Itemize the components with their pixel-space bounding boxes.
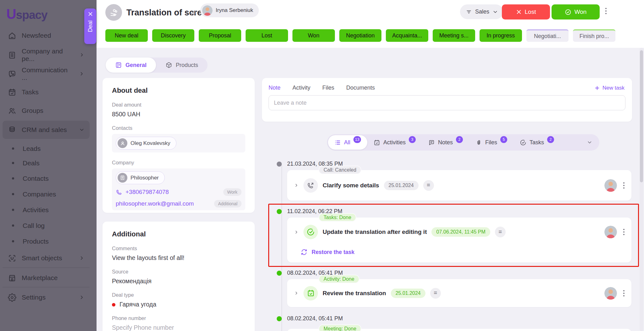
expand-chevron-icon[interactable] [294,291,299,295]
view-tabs: General Products [106,58,208,73]
filter-files[interactable]: Files 5 [469,135,514,150]
tab-general[interactable]: General [106,58,156,73]
entry-kebab-menu[interactable] [623,182,625,189]
equals-icon[interactable]: = [430,288,441,299]
scrollbar-thumb[interactable] [640,50,643,182]
deal-amount-value[interactable]: 8500 UAH [112,111,245,118]
contacts-box: Oleg Kovalevsky [112,134,245,152]
deal-panel-tab[interactable]: Deal [84,8,96,44]
header-kebab-menu[interactable] [605,8,607,14]
composer-tabs: Note Activity Files Documents New task [262,78,632,91]
filter-tasks[interactable]: Tasks 2 [514,135,560,150]
sidebar-item-contacts[interactable]: Contacts [3,171,90,186]
storefront-icon [8,274,16,282]
due-date-chip: 25.01.2024 [391,289,425,298]
chevron-down-icon[interactable] [587,140,592,145]
entry-kebab-menu[interactable] [623,229,625,235]
stage-lost[interactable]: Lost [246,29,288,42]
stage-discovery[interactable]: Discovery [152,29,195,42]
stage-finish[interactable]: Finish pro... [573,29,615,42]
funnel-select[interactable]: Sales [460,4,503,19]
close-icon[interactable] [88,11,93,17]
due-date-chip: 25.01.2024 [384,181,419,190]
sidebar-item-leads[interactable]: Leads [3,141,90,156]
status-badge: Call: Canceled [319,166,361,174]
equals-icon[interactable]: = [423,180,434,191]
entry-title[interactable]: Review the translation [323,290,386,297]
bullet-icon [12,224,14,227]
tab-activity[interactable]: Activity [292,85,310,91]
cube-icon [165,62,172,69]
avatar[interactable] [604,226,617,238]
deal-type-label: Deal type [112,292,245,298]
comments-value[interactable]: View the layouts first of all! [112,254,245,262]
timeline-entry-activity: Activity: Done Review the translation 25… [287,279,631,307]
entry-title[interactable]: Clarify some details [323,182,379,189]
tab-products[interactable]: Products [156,58,208,73]
stage-new-deal[interactable]: New deal [105,29,148,42]
stage-won[interactable]: Won [292,29,335,42]
timeline-entry-task: Tasks: Done Update the translation after… [287,218,631,262]
home-icon [8,31,16,40]
sidebar-item-groups[interactable]: Groups [3,102,90,120]
restore-task-button[interactable]: Restore the task [287,249,631,256]
equals-icon[interactable]: = [495,227,506,237]
owner-chip[interactable]: Iryna Serbeniuk [200,3,259,17]
owner-name: Iryna Serbeniuk [216,7,253,14]
deal-type-value[interactable]: Гаряча угода [112,301,245,308]
chevron-down-icon [79,127,85,133]
entry-title[interactable]: Update the translation after editing it [323,229,427,235]
x-icon [516,9,522,15]
tab-note[interactable]: Note [269,85,280,91]
sidebar-item-call-log[interactable]: Call log [3,218,90,233]
stage-acquaintance[interactable]: Acquainta... [386,29,428,42]
sidebar-item-communication[interactable]: Communication ... [3,65,90,83]
scrollbar-track [640,48,643,331]
new-task-button[interactable]: New task [594,85,625,91]
email-value[interactable]: philosopher.work@gmail.com [116,200,194,207]
sidebar-item-crm-and-sales[interactable]: CRM and sales [3,121,90,139]
bullet-icon [12,162,14,164]
sidebar-item-activities[interactable]: Activities [3,202,90,217]
sidebar-item-products[interactable]: Products [3,234,90,249]
avatar[interactable] [604,179,617,192]
filter-notes[interactable]: Notes 2 [422,135,469,150]
hot-deal-dot-icon [112,303,115,306]
sidebar-item-deals[interactable]: Deals [3,156,90,170]
paperclip-icon [475,139,482,146]
sidebar-item-smart-objects[interactable]: Smart objects [3,249,90,267]
phone-value[interactable]: +380679874078 [125,189,169,196]
sidebar-item-newsfeed[interactable]: Newsfeed [3,26,90,45]
sidebar-item-settings[interactable]: Settings [3,288,90,306]
tab-files[interactable]: Files [322,85,334,91]
count-badge: 2 [547,136,554,143]
filter-all[interactable]: All 13 [328,135,367,150]
stage-negotiation-2[interactable]: Negotiati... [526,29,569,42]
source-value[interactable]: Рекомендація [112,278,245,285]
link-icon[interactable] [190,10,197,17]
stage-proposal[interactable]: Proposal [199,29,241,42]
stage-meeting[interactable]: Meeting s... [433,29,475,42]
won-button[interactable]: Won [552,4,600,19]
entry-kebab-menu[interactable] [623,290,625,296]
stage-in-progress[interactable]: In progress [480,29,522,42]
check-circle-icon [565,9,571,15]
stage-negotiation[interactable]: Negotiation [339,29,382,42]
contact-chip[interactable]: Oleg Kovalevsky [116,137,176,150]
timeline-filters: All 13 Activities 3 Notes 2 Files 5 Task… [327,134,599,151]
tab-documents[interactable]: Documents [346,85,375,91]
sidebar-item-marketplace[interactable]: Marketplace [3,269,90,287]
filter-activities[interactable]: Activities 3 [367,135,422,150]
company-chip[interactable]: Philosopher [116,171,165,184]
phone-number-field[interactable]: Specify Phone number [112,324,245,331]
lost-button[interactable]: Lost [502,4,550,19]
avatar[interactable] [604,287,617,300]
expand-chevron-icon[interactable] [294,183,299,188]
sidebar-item-company-and-people[interactable]: Company and pe... [3,46,90,64]
expand-chevron-icon[interactable] [294,230,299,234]
note-input[interactable] [269,95,625,110]
phone-outgoing-icon [303,178,318,193]
uspacy-logo[interactable]: Uspacy [6,6,47,22]
sidebar-item-companies[interactable]: Companies [3,187,90,201]
sidebar-item-tasks[interactable]: Tasks [3,83,90,101]
